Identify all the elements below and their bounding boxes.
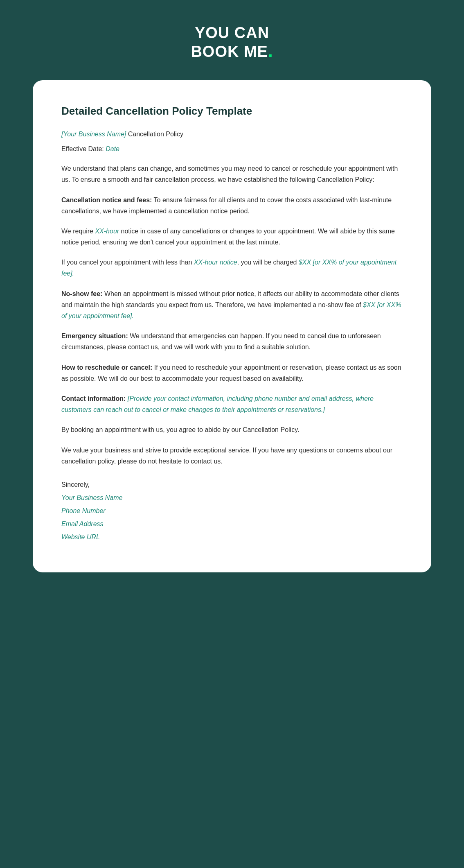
sincerely-business: Your Business Name (61, 491, 403, 504)
contact-paragraph: Contact information: [Provide your conta… (61, 393, 403, 415)
policy-suffix: Cancellation Policy (126, 131, 183, 138)
section6-bold: How to reschedule or cancel: (61, 364, 152, 371)
emergency-paragraph: Emergency situation: We understand that … (61, 330, 403, 353)
section2-text1: We require (61, 228, 95, 235)
card-title: Detailed Cancellation Policy Template (61, 105, 403, 118)
section1-bold: Cancellation notice and fees: (61, 197, 152, 203)
logo-area: YOU CAN BOOK ME. (191, 25, 273, 61)
policy-card: Detailed Cancellation Policy Template [Y… (33, 80, 431, 572)
logo-line1: YOU CAN (195, 24, 269, 41)
value-paragraph: We value your business and strive to pro… (61, 445, 403, 467)
business-name-placeholder: [Your Business Name] (61, 131, 126, 138)
sincerely-email: Email Address (61, 518, 403, 531)
sincerely-block: Sincerely, Your Business Name Phone Numb… (61, 478, 403, 544)
intro-paragraph: We understand that plans can change, and… (61, 163, 403, 185)
no-show-fee-paragraph: No-show fee: When an appointment is miss… (61, 288, 403, 322)
logo-dot: . (268, 41, 273, 61)
section3-italic1: XX-hour notice (194, 259, 237, 266)
effective-date-line: Effective Date: Date (61, 144, 403, 154)
section4-bold: No-show fee: (61, 290, 102, 297)
effective-date-value: Date (106, 145, 119, 152)
section3-text1: If you cancel your appointment with less… (61, 259, 194, 266)
section4-text1: When an appointment is missed without pr… (61, 290, 399, 308)
business-name-line: [Your Business Name] Cancellation Policy (61, 129, 403, 140)
section3-text2: , you will be charged (237, 259, 299, 266)
cancellation-notice-paragraph: Cancellation notice and fees: To ensure … (61, 194, 403, 217)
sincerely-website: Website URL (61, 531, 403, 544)
logo-text: YOU CAN BOOK ME. (191, 25, 273, 61)
xx-hour-paragraph: We require XX-hour notice in case of any… (61, 226, 403, 248)
sincerely-phone: Phone Number (61, 504, 403, 518)
logo-line2: BOOK ME (191, 43, 268, 60)
effective-date-label: Effective Date: (61, 145, 106, 152)
cancellation-fee-paragraph: If you cancel your appointment with less… (61, 257, 403, 279)
section2-italic: XX-hour (95, 228, 119, 235)
agreement-paragraph: By booking an appointment with us, you a… (61, 424, 403, 435)
section5-bold: Emergency situation: (61, 332, 128, 339)
reschedule-paragraph: How to reschedule or cancel: If you need… (61, 362, 403, 384)
contact-bold: Contact information: (61, 395, 126, 402)
sincerely-label: Sincerely, (61, 481, 90, 488)
